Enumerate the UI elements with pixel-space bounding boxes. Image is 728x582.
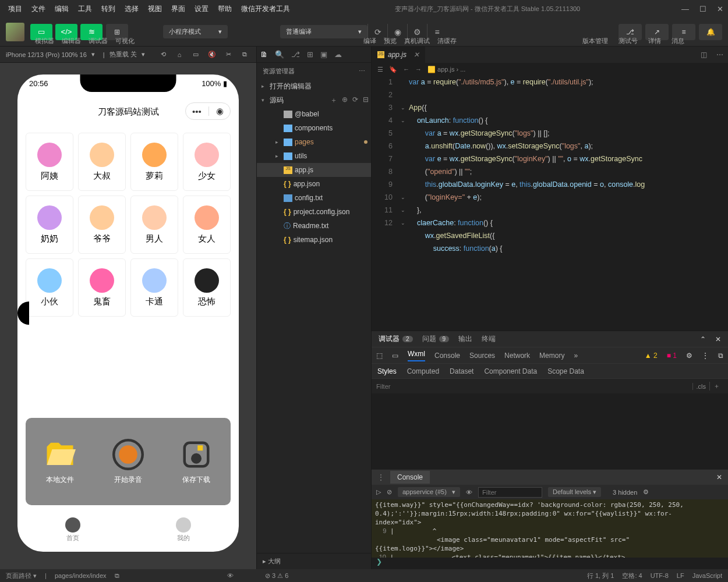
maximize-icon[interactable]: ☐ xyxy=(699,5,706,13)
menu-转到[interactable]: 转到 xyxy=(98,2,119,16)
hotreload-label[interactable]: 热重载 关 xyxy=(109,50,137,59)
new-folder-icon[interactable]: ⊕ xyxy=(342,95,348,105)
nav-fwd-icon[interactable]: → xyxy=(415,66,422,73)
refresh-icon[interactable]: ⟲ xyxy=(157,51,169,58)
tab-wxml[interactable]: Wxml xyxy=(408,350,425,361)
spaces[interactable]: 空格: 4 xyxy=(622,572,642,580)
file-utils[interactable]: ▸ utils xyxy=(257,149,371,163)
levels-dropdown[interactable]: Default levels ▾ xyxy=(548,487,601,497)
gear-icon[interactable]: ⚙ xyxy=(686,352,692,360)
eol[interactable]: LF xyxy=(677,572,684,579)
split-icon[interactable]: ◫ xyxy=(696,51,712,59)
home-icon[interactable]: ⌂ xyxy=(174,51,185,58)
cls-button[interactable]: .cls xyxy=(692,383,710,390)
root-folder[interactable]: ▾源码 ＋ ⊕ ⟳ ⊟ xyxy=(257,93,371,107)
voice-恐怖[interactable]: 恐怖 xyxy=(183,258,231,317)
console-gear-icon[interactable]: ⚙ xyxy=(643,488,649,496)
inspect-icon[interactable]: ⬚ xyxy=(376,352,383,360)
page-path[interactable]: pages/index/index xyxy=(55,572,107,579)
voice-少女[interactable]: 少女 xyxy=(183,133,231,191)
style-filter-input[interactable] xyxy=(376,383,692,390)
dbgtab-输出[interactable]: 输出 xyxy=(458,334,472,344)
tab-sources[interactable]: Sources xyxy=(469,352,495,360)
record-button[interactable]: 开始录音 xyxy=(112,439,144,485)
voice-卡通[interactable]: 卡通 xyxy=(130,258,178,317)
eye-icon[interactable]: 👁 xyxy=(466,489,472,496)
voice-鬼畜[interactable]: 鬼畜 xyxy=(78,258,126,317)
tab-styles[interactable]: Styles xyxy=(377,367,397,375)
dbgtab-调试器[interactable]: 调试器 2 xyxy=(379,334,413,344)
code-area[interactable]: var a = require("./utils/md5.js"), e = r… xyxy=(409,76,728,331)
close-icon[interactable]: ✕ xyxy=(717,5,723,13)
message-button[interactable]: 🔔 xyxy=(699,24,722,40)
ext-icon[interactable]: ⊞ xyxy=(307,50,313,59)
tab-home[interactable]: 首页 xyxy=(65,517,80,542)
file-sitemap.json[interactable]: { } sitemap.json xyxy=(257,233,371,247)
voice-大叔[interactable]: 大叔 xyxy=(78,133,126,191)
voice-小伙[interactable]: 小伙 xyxy=(26,258,73,317)
error-badge[interactable]: ■ 1 xyxy=(667,352,677,360)
capsule-button[interactable]: •••◉ xyxy=(185,102,231,120)
voice-爷爷[interactable]: 爷爷 xyxy=(78,196,126,254)
file-app.json[interactable]: { } app.json xyxy=(257,177,371,191)
editor-tab[interactable]: JSapp.js✕ xyxy=(372,47,425,63)
play-icon[interactable]: ▷ xyxy=(376,488,381,496)
console-prompt[interactable]: ❯ xyxy=(372,558,728,569)
menu-微信开发者工具[interactable]: 微信开发者工具 xyxy=(238,2,294,16)
eye-status-icon[interactable]: 👁 xyxy=(227,572,234,579)
menu-设置[interactable]: 设置 xyxy=(191,2,212,16)
menu-界面[interactable]: 界面 xyxy=(168,2,189,16)
cursor-pos[interactable]: 行 1, 列 1 xyxy=(587,572,614,580)
device-label[interactable]: iPhone 12/13 (Pro) 100% 16 xyxy=(6,51,87,58)
git-icon[interactable]: ⎇ xyxy=(291,50,300,59)
file-Readme.txt[interactable]: ⓘ Readme.txt xyxy=(257,219,371,233)
files-icon[interactable]: 🗎 xyxy=(260,50,268,59)
file-components[interactable]: components xyxy=(257,121,371,135)
dock-icon[interactable]: ⧉ xyxy=(718,352,723,360)
float-icon[interactable]: ⧉ xyxy=(239,51,250,58)
tab-memory[interactable]: Memory xyxy=(539,352,564,360)
local-file-button[interactable]: 本地文件 xyxy=(44,439,76,485)
console-tab[interactable]: Console xyxy=(390,471,430,484)
back-icon[interactable]: ▭ xyxy=(190,51,202,58)
warning-badge[interactable]: ▲ 2 xyxy=(645,352,658,360)
open-editors[interactable]: ▸打开的编辑器 xyxy=(257,79,371,93)
collapse-icon[interactable]: ⊟ xyxy=(363,95,369,105)
console-filter-input[interactable] xyxy=(478,487,542,498)
tab-computed[interactable]: Computed xyxy=(407,367,439,375)
search-icon[interactable]: 🔍 xyxy=(275,50,284,59)
tabs-more-icon[interactable]: » xyxy=(574,352,578,360)
menu-工具[interactable]: 工具 xyxy=(75,2,96,16)
refresh-tree-icon[interactable]: ⟳ xyxy=(352,95,358,105)
device-icon[interactable]: ▭ xyxy=(392,352,398,360)
tab-console[interactable]: Console xyxy=(434,352,460,360)
menu-编辑[interactable]: 编辑 xyxy=(51,2,72,16)
hidden-count[interactable]: 3 hidden xyxy=(613,489,637,496)
list-icon[interactable]: ☰ xyxy=(377,66,383,73)
file-app.js[interactable]: JS app.js xyxy=(257,163,371,177)
editor-more-icon[interactable]: ⋯ xyxy=(712,51,728,59)
new-file-icon[interactable]: ＋ xyxy=(330,95,337,105)
close-panel-icon[interactable]: ✕ xyxy=(715,335,721,343)
voice-男人[interactable]: 男人 xyxy=(130,196,178,254)
encoding[interactable]: UTF-8 xyxy=(651,572,669,579)
save-button[interactable]: 保存下载 xyxy=(181,439,212,485)
menu-项目[interactable]: 项目 xyxy=(5,2,26,16)
menu-icon[interactable]: ⋮ xyxy=(702,352,709,360)
compile-dropdown[interactable]: 普通编译▾ xyxy=(280,25,367,38)
tab-network[interactable]: Network xyxy=(504,352,530,360)
voice-女人[interactable]: 女人 xyxy=(183,196,231,254)
tab-dataset[interactable]: Dataset xyxy=(450,367,473,375)
menu-文件[interactable]: 文件 xyxy=(28,2,49,16)
bookmark-icon[interactable]: 🔖 xyxy=(389,66,397,73)
build-icon[interactable]: ▣ xyxy=(320,50,327,59)
nav-back-icon[interactable]: ← xyxy=(403,66,409,73)
close-tab-icon[interactable]: ✕ xyxy=(414,51,419,59)
tab-scope[interactable]: Scope Data xyxy=(547,367,584,375)
tab-component[interactable]: Component Data xyxy=(484,367,537,375)
page-path-label[interactable]: 页面路径 ▾ xyxy=(6,572,37,580)
mode-dropdown[interactable]: 小程序模式▾ xyxy=(163,25,228,38)
menu-选择[interactable]: 选择 xyxy=(121,2,142,16)
file-config.txt[interactable]: config.txt xyxy=(257,191,371,205)
clear-icon[interactable]: ⊘ xyxy=(387,488,392,496)
